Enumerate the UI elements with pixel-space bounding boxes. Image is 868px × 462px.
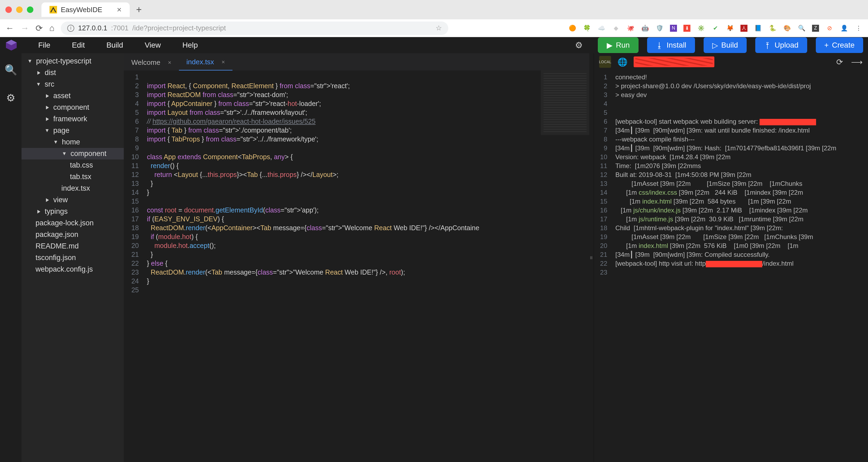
- ext-icon[interactable]: 🔍: [798, 24, 806, 32]
- ext-icon[interactable]: 🐍: [769, 24, 777, 32]
- local-preview-icon[interactable]: LOCAL: [599, 56, 611, 68]
- window-maximize-button[interactable]: [27, 6, 33, 13]
- file-explorer[interactable]: project-typescriptdistsrcassetcomponentf…: [22, 53, 124, 462]
- redacted-url: [633, 57, 714, 67]
- folder-node[interactable]: page: [22, 125, 124, 136]
- file-node[interactable]: package.json: [22, 229, 124, 240]
- file-node[interactable]: package-lock.json: [22, 217, 124, 229]
- ext-icon[interactable]: 🐙: [626, 24, 634, 32]
- ide-main: 🔍 ⚙ project-typescriptdistsrcassetcompon…: [0, 53, 868, 462]
- upload-button[interactable]: ⭱Upload: [755, 37, 807, 53]
- ext-icon[interactable]: ◆: [612, 24, 620, 32]
- folder-node[interactable]: dist: [22, 67, 124, 78]
- ext-icon[interactable]: 人: [741, 25, 747, 32]
- ext-icon[interactable]: 📘: [754, 24, 762, 32]
- code-lines[interactable]: import React, { Component, ReactElement …: [143, 70, 589, 462]
- url-port: :7001: [111, 24, 129, 32]
- browser-tab[interactable]: EasyWebIDE ×: [41, 2, 130, 17]
- editor-tab-welcome[interactable]: Welcome ×: [124, 55, 179, 70]
- menu-build[interactable]: Build: [95, 41, 134, 50]
- tab-close-icon[interactable]: ×: [221, 59, 225, 66]
- ext-icon[interactable]: 🦊: [726, 24, 734, 32]
- ext-icon[interactable]: ✔: [711, 24, 719, 32]
- folder-node[interactable]: home: [22, 136, 124, 148]
- install-label: Install: [666, 41, 686, 50]
- traffic-lights: [5, 6, 33, 13]
- term-lines: connected!> project-share@1.0.0 dev /Use…: [611, 70, 868, 462]
- tab-close-icon[interactable]: ×: [168, 59, 172, 66]
- folder-node[interactable]: framework: [22, 113, 124, 125]
- forward-button[interactable]: →: [21, 23, 29, 33]
- site-info-icon[interactable]: i: [67, 25, 74, 32]
- play-icon: ▶: [607, 41, 613, 50]
- ext-icon[interactable]: ☁️: [597, 24, 606, 32]
- url-host: 127.0.0.1: [78, 24, 107, 32]
- address-bar[interactable]: i 127.0.0.1:7001/ide?project=project-typ…: [61, 22, 448, 35]
- home-button[interactable]: ⌂: [49, 23, 54, 33]
- editor-tab-index[interactable]: index.tsx ×: [179, 54, 232, 70]
- folder-node[interactable]: src: [22, 78, 124, 90]
- folder-node[interactable]: view: [22, 194, 124, 206]
- ext-icon[interactable]: N: [670, 25, 677, 32]
- menu-edit[interactable]: Edit: [61, 41, 95, 50]
- minimap[interactable]: [541, 70, 589, 135]
- folder-node[interactable]: typings: [22, 206, 124, 217]
- play-icon: ▷: [712, 41, 718, 50]
- term-gutter: 1234567891011121314151617181920212223: [594, 70, 611, 462]
- install-button[interactable]: ⭳Install: [647, 37, 695, 53]
- code-editor: Welcome × index.tsx × 123456789101112131…: [124, 53, 589, 462]
- new-tab-button[interactable]: +: [136, 4, 142, 15]
- ext-icon[interactable]: ⊘: [826, 24, 834, 32]
- run-button[interactable]: ▶Run: [598, 37, 639, 53]
- ext-icon[interactable]: 🛡️: [655, 24, 663, 32]
- file-node[interactable]: tsconfig.json: [22, 252, 124, 264]
- settings-icon[interactable]: ⚙: [6, 92, 16, 104]
- folder-node[interactable]: asset: [22, 90, 124, 102]
- ide-menubar: File Edit Build View Help ⚙ ▶Run ⭳Instal…: [0, 37, 868, 53]
- file-node[interactable]: webpack.config.js: [22, 264, 124, 275]
- ext-icon[interactable]: 🟠: [568, 24, 576, 32]
- line-gutter: 1234567891011121314151617181920212223242…: [124, 70, 143, 462]
- output-toolbar: LOCAL 🌐 ⟳ ⟶: [594, 53, 868, 70]
- file-node[interactable]: tab.css: [22, 160, 124, 171]
- file-node[interactable]: index.tsx: [22, 183, 124, 194]
- refresh-icon[interactable]: ⟳: [834, 56, 845, 68]
- ext-icon[interactable]: 🤖: [641, 24, 649, 32]
- back-button[interactable]: ←: [5, 23, 14, 33]
- upload-icon: ⭱: [764, 41, 771, 50]
- globe-icon[interactable]: 🌐: [616, 56, 628, 68]
- settings-gear-icon[interactable]: ⚙: [575, 40, 583, 50]
- profile-avatar-icon[interactable]: 👤: [840, 24, 848, 32]
- menu-view[interactable]: View: [134, 41, 172, 50]
- folder-node[interactable]: component: [22, 102, 124, 113]
- tab-label: index.tsx: [186, 58, 214, 66]
- build-button[interactable]: ▷Build: [704, 37, 747, 53]
- ext-icon[interactable]: Z: [812, 25, 819, 32]
- ext-icon[interactable]: ✳️: [697, 24, 705, 32]
- window-close-button[interactable]: [5, 6, 12, 13]
- tab-label: Welcome: [131, 58, 160, 67]
- file-node[interactable]: README.md: [22, 240, 124, 252]
- menu-items: File Edit Build View Help: [27, 41, 209, 50]
- browser-menu-icon[interactable]: ⋮: [855, 24, 863, 32]
- code-area[interactable]: 1234567891011121314151617181920212223242…: [124, 70, 589, 462]
- menu-help[interactable]: Help: [172, 41, 209, 50]
- ext-icon[interactable]: 🍀: [583, 24, 591, 32]
- menu-file[interactable]: File: [27, 41, 61, 50]
- ext-icon[interactable]: ⬇: [683, 25, 690, 32]
- download-icon: ⭳: [656, 41, 663, 50]
- file-node[interactable]: tab.tsx: [22, 171, 124, 183]
- url-path: /ide?project=project-typescript: [132, 24, 226, 32]
- ext-icon[interactable]: 🎨: [783, 24, 791, 32]
- reload-button[interactable]: ⟳: [35, 23, 43, 33]
- pane-splitter[interactable]: ⫼: [589, 53, 594, 462]
- open-external-icon[interactable]: ⟶: [851, 56, 863, 68]
- folder-node[interactable]: project-typescript: [22, 56, 124, 67]
- folder-node[interactable]: component: [22, 148, 124, 160]
- terminal[interactable]: 1234567891011121314151617181920212223 co…: [594, 70, 868, 462]
- tab-close-icon[interactable]: ×: [117, 5, 122, 14]
- window-minimize-button[interactable]: [16, 6, 23, 13]
- search-icon[interactable]: 🔍: [5, 64, 17, 76]
- create-button[interactable]: +Create: [816, 37, 863, 53]
- bookmark-star-icon[interactable]: ☆: [436, 24, 442, 32]
